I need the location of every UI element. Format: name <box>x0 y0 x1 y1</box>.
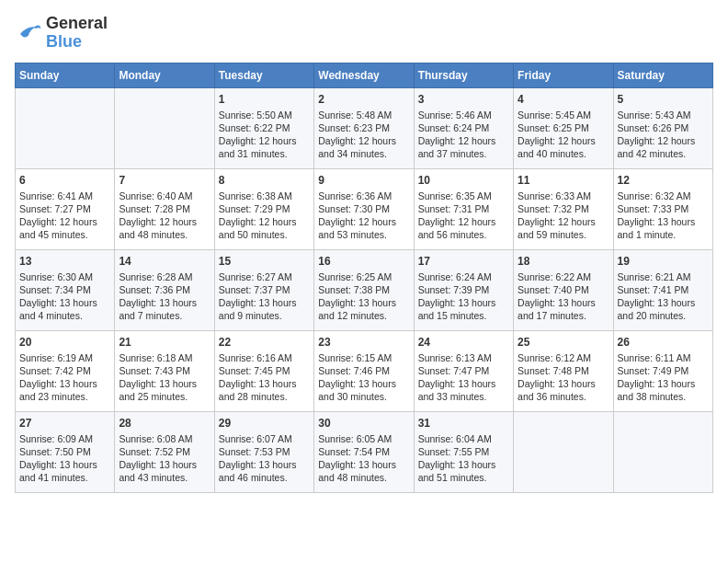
calendar-cell: 6Sunrise: 6:41 AM Sunset: 7:27 PM Daylig… <box>16 168 115 249</box>
day-number: 10 <box>418 173 509 188</box>
day-number: 13 <box>19 254 110 269</box>
calendar-cell: 18Sunrise: 6:22 AM Sunset: 7:40 PM Dayli… <box>514 249 613 330</box>
calendar-cell: 21Sunrise: 6:18 AM Sunset: 7:43 PM Dayli… <box>115 330 214 411</box>
day-number: 28 <box>119 416 210 431</box>
cell-content: Sunrise: 6:12 AM Sunset: 7:48 PM Dayligh… <box>518 351 609 404</box>
day-number: 8 <box>219 173 310 188</box>
cell-content: Sunrise: 6:24 AM Sunset: 7:39 PM Dayligh… <box>418 270 509 323</box>
calendar-cell: 5Sunrise: 5:43 AM Sunset: 6:26 PM Daylig… <box>613 87 712 168</box>
cell-content: Sunrise: 6:40 AM Sunset: 7:28 PM Dayligh… <box>119 190 210 242</box>
day-number: 16 <box>318 254 409 269</box>
day-number: 24 <box>418 335 509 350</box>
col-header-saturday: Saturday <box>613 63 712 87</box>
col-header-tuesday: Tuesday <box>214 63 313 87</box>
cell-content: Sunrise: 6:35 AM Sunset: 7:31 PM Dayligh… <box>418 190 509 242</box>
calendar-cell: 2Sunrise: 5:48 AM Sunset: 6:23 PM Daylig… <box>314 87 414 168</box>
calendar-cell <box>16 87 115 168</box>
cell-content: Sunrise: 6:21 AM Sunset: 7:41 PM Dayligh… <box>618 270 709 323</box>
page-header: General Blue <box>15 15 713 52</box>
cell-content: Sunrise: 5:50 AM Sunset: 6:22 PM Dayligh… <box>219 109 310 161</box>
calendar-cell: 20Sunrise: 6:19 AM Sunset: 7:42 PM Dayli… <box>16 330 115 411</box>
cell-content: Sunrise: 6:28 AM Sunset: 7:36 PM Dayligh… <box>119 270 210 323</box>
calendar-table: SundayMondayTuesdayWednesdayThursdayFrid… <box>15 63 713 493</box>
calendar-cell: 8Sunrise: 6:38 AM Sunset: 7:29 PM Daylig… <box>214 168 313 249</box>
day-number: 14 <box>119 254 210 269</box>
day-number: 7 <box>119 173 210 188</box>
cell-content: Sunrise: 6:18 AM Sunset: 7:43 PM Dayligh… <box>119 351 210 404</box>
calendar-cell: 28Sunrise: 6:08 AM Sunset: 7:52 PM Dayli… <box>115 411 214 492</box>
cell-content: Sunrise: 6:32 AM Sunset: 7:33 PM Dayligh… <box>618 190 709 242</box>
day-number: 27 <box>19 416 110 431</box>
cell-content: Sunrise: 6:33 AM Sunset: 7:32 PM Dayligh… <box>518 190 609 242</box>
cell-content: Sunrise: 5:45 AM Sunset: 6:25 PM Dayligh… <box>518 109 609 161</box>
cell-content: Sunrise: 6:09 AM Sunset: 7:50 PM Dayligh… <box>19 432 110 485</box>
calendar-week-2: 6Sunrise: 6:41 AM Sunset: 7:27 PM Daylig… <box>16 168 713 249</box>
day-number: 15 <box>219 254 310 269</box>
calendar-cell: 11Sunrise: 6:33 AM Sunset: 7:32 PM Dayli… <box>514 168 613 249</box>
cell-content: Sunrise: 6:22 AM Sunset: 7:40 PM Dayligh… <box>518 270 609 323</box>
day-number: 9 <box>318 173 409 188</box>
cell-content: Sunrise: 6:04 AM Sunset: 7:55 PM Dayligh… <box>418 432 509 485</box>
day-number: 12 <box>618 173 709 188</box>
day-number: 18 <box>518 254 609 269</box>
calendar-cell: 9Sunrise: 6:36 AM Sunset: 7:30 PM Daylig… <box>314 168 414 249</box>
calendar-cell: 30Sunrise: 6:05 AM Sunset: 7:54 PM Dayli… <box>314 411 414 492</box>
cell-content: Sunrise: 6:41 AM Sunset: 7:27 PM Dayligh… <box>19 190 110 242</box>
calendar-cell: 4Sunrise: 5:45 AM Sunset: 6:25 PM Daylig… <box>514 87 613 168</box>
calendar-week-5: 27Sunrise: 6:09 AM Sunset: 7:50 PM Dayli… <box>16 411 713 492</box>
day-number: 5 <box>618 92 709 107</box>
cell-content: Sunrise: 5:43 AM Sunset: 6:26 PM Dayligh… <box>618 109 709 161</box>
calendar-cell: 10Sunrise: 6:35 AM Sunset: 7:31 PM Dayli… <box>414 168 513 249</box>
calendar-week-4: 20Sunrise: 6:19 AM Sunset: 7:42 PM Dayli… <box>16 330 713 411</box>
col-header-thursday: Thursday <box>414 63 513 87</box>
cell-content: Sunrise: 6:38 AM Sunset: 7:29 PM Dayligh… <box>219 190 310 242</box>
calendar-cell: 16Sunrise: 6:25 AM Sunset: 7:38 PM Dayli… <box>314 249 414 330</box>
col-header-monday: Monday <box>115 63 214 87</box>
calendar-cell: 1Sunrise: 5:50 AM Sunset: 6:22 PM Daylig… <box>214 87 313 168</box>
day-number: 1 <box>219 92 310 107</box>
day-number: 6 <box>19 173 110 188</box>
logo-text: General Blue <box>46 15 108 52</box>
calendar-cell: 22Sunrise: 6:16 AM Sunset: 7:45 PM Dayli… <box>214 330 313 411</box>
cell-content: Sunrise: 5:46 AM Sunset: 6:24 PM Dayligh… <box>418 109 509 161</box>
calendar-cell: 17Sunrise: 6:24 AM Sunset: 7:39 PM Dayli… <box>414 249 513 330</box>
cell-content: Sunrise: 6:11 AM Sunset: 7:49 PM Dayligh… <box>618 351 709 404</box>
cell-content: Sunrise: 6:05 AM Sunset: 7:54 PM Dayligh… <box>318 432 409 485</box>
day-number: 17 <box>418 254 509 269</box>
calendar-cell <box>115 87 214 168</box>
day-number: 22 <box>219 335 310 350</box>
day-number: 11 <box>518 173 609 188</box>
cell-content: Sunrise: 6:08 AM Sunset: 7:52 PM Dayligh… <box>119 432 210 485</box>
calendar-cell <box>514 411 613 492</box>
calendar-week-1: 1Sunrise: 5:50 AM Sunset: 6:22 PM Daylig… <box>16 87 713 168</box>
cell-content: Sunrise: 5:48 AM Sunset: 6:23 PM Dayligh… <box>318 109 409 161</box>
calendar-cell: 31Sunrise: 6:04 AM Sunset: 7:55 PM Dayli… <box>414 411 513 492</box>
day-number: 31 <box>418 416 509 431</box>
calendar-cell: 14Sunrise: 6:28 AM Sunset: 7:36 PM Dayli… <box>115 249 214 330</box>
cell-content: Sunrise: 6:25 AM Sunset: 7:38 PM Dayligh… <box>318 270 409 323</box>
calendar-cell: 26Sunrise: 6:11 AM Sunset: 7:49 PM Dayli… <box>613 330 712 411</box>
cell-content: Sunrise: 6:30 AM Sunset: 7:34 PM Dayligh… <box>19 270 110 323</box>
cell-content: Sunrise: 6:13 AM Sunset: 7:47 PM Dayligh… <box>418 351 509 404</box>
calendar-cell: 27Sunrise: 6:09 AM Sunset: 7:50 PM Dayli… <box>16 411 115 492</box>
day-number: 29 <box>219 416 310 431</box>
day-number: 20 <box>19 335 110 350</box>
cell-content: Sunrise: 6:15 AM Sunset: 7:46 PM Dayligh… <box>318 351 409 404</box>
day-number: 26 <box>618 335 709 350</box>
cell-content: Sunrise: 6:27 AM Sunset: 7:37 PM Dayligh… <box>219 270 310 323</box>
cell-content: Sunrise: 6:16 AM Sunset: 7:45 PM Dayligh… <box>219 351 310 404</box>
calendar-cell: 12Sunrise: 6:32 AM Sunset: 7:33 PM Dayli… <box>613 168 712 249</box>
day-number: 3 <box>418 92 509 107</box>
calendar-cell: 13Sunrise: 6:30 AM Sunset: 7:34 PM Dayli… <box>16 249 115 330</box>
day-number: 23 <box>318 335 409 350</box>
calendar-cell <box>613 411 712 492</box>
day-number: 21 <box>119 335 210 350</box>
calendar-cell: 19Sunrise: 6:21 AM Sunset: 7:41 PM Dayli… <box>613 249 712 330</box>
calendar-cell: 29Sunrise: 6:07 AM Sunset: 7:53 PM Dayli… <box>214 411 313 492</box>
calendar-cell: 7Sunrise: 6:40 AM Sunset: 7:28 PM Daylig… <box>115 168 214 249</box>
day-number: 4 <box>518 92 609 107</box>
calendar-cell: 3Sunrise: 5:46 AM Sunset: 6:24 PM Daylig… <box>414 87 513 168</box>
logo: General Blue <box>15 15 108 52</box>
col-header-friday: Friday <box>514 63 613 87</box>
day-number: 2 <box>318 92 409 107</box>
